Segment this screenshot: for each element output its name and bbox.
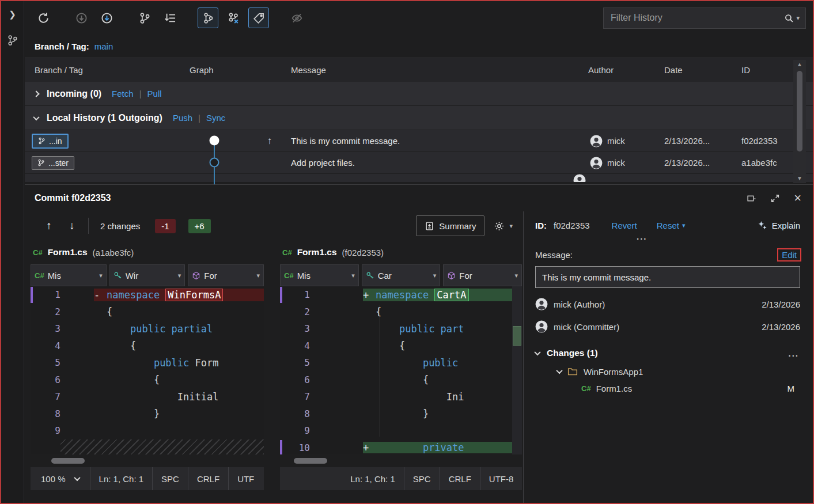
type-dropdown[interactable]: Car▾ bbox=[362, 264, 441, 286]
fetch-icon[interactable] bbox=[71, 7, 92, 28]
new-branch-icon[interactable] bbox=[134, 7, 155, 28]
line-ending-indicator[interactable]: CRLF bbox=[188, 467, 229, 490]
overview-margin[interactable] bbox=[512, 286, 522, 454]
summary-button[interactable]: Summary bbox=[416, 215, 484, 236]
code-line: 1+namespace CartA bbox=[280, 286, 522, 304]
encoding-indicator[interactable]: UTF bbox=[229, 467, 263, 490]
code-line: 2{ bbox=[31, 304, 264, 321]
type-dropdown[interactable]: Wir▾ bbox=[109, 264, 185, 286]
column-graph[interactable]: Graph bbox=[186, 65, 258, 75]
commit-row[interactable]: ...ster Add project files. mick 2/13/202… bbox=[25, 152, 813, 173]
column-date[interactable]: Date bbox=[654, 65, 732, 75]
navigation-dropdowns: C# Mis▾ Wir▾ For▾ bbox=[31, 264, 264, 286]
code-editor-old[interactable]: 1-namespace WinFormsA 2{ 3 public partia… bbox=[31, 286, 264, 454]
changed-folder-row[interactable]: WinFormsApp1 bbox=[535, 366, 800, 377]
author-name: mick bbox=[607, 136, 625, 146]
project-dropdown[interactable]: C# Mis▾ bbox=[31, 264, 107, 286]
encoding-indicator[interactable]: UTF-8 bbox=[480, 467, 522, 490]
toggle-graph-icon[interactable] bbox=[198, 7, 218, 28]
changes-header[interactable]: Changes (1) ... bbox=[535, 348, 800, 358]
search-icon[interactable]: ▾ bbox=[781, 13, 805, 23]
revert-link[interactable]: Revert bbox=[612, 221, 637, 230]
separator: | bbox=[198, 113, 200, 123]
cursor-position: Ln: 1, Ch: 1 bbox=[342, 467, 404, 490]
navigation-dropdowns: C# Mis▾ Car▾ For▾ bbox=[280, 264, 522, 286]
left-rail: ❯ bbox=[1, 1, 24, 503]
deletions-badge: -1 bbox=[155, 219, 175, 233]
search-options-caret[interactable]: ▾ bbox=[796, 14, 800, 22]
reset-link[interactable]: Reset bbox=[657, 221, 679, 230]
maximize-icon[interactable] bbox=[770, 194, 780, 203]
explain-button[interactable]: Explain bbox=[758, 221, 800, 230]
next-change-icon[interactable]: ↓ bbox=[60, 219, 84, 232]
horizontal-scrollbar[interactable] bbox=[31, 456, 264, 466]
changed-file-row[interactable]: C# Form1.cs M bbox=[535, 384, 800, 393]
column-branch-tag[interactable]: Branch / Tag bbox=[25, 65, 186, 75]
branch-icon bbox=[37, 159, 45, 166]
scrollbar-thumb[interactable] bbox=[51, 458, 85, 464]
pull-link[interactable]: Pull bbox=[147, 89, 162, 98]
commit-date: 2/13/2026... bbox=[654, 136, 732, 146]
push-link[interactable]: Push bbox=[173, 113, 192, 123]
compare-commits-icon[interactable] bbox=[160, 7, 180, 28]
scroll-up-arrow[interactable]: ▲ bbox=[797, 62, 802, 67]
git-branch-icon[interactable] bbox=[7, 35, 18, 46]
partial-commit-row[interactable] bbox=[25, 174, 813, 182]
history-table: Branch / Tag Graph Message Author Date I… bbox=[25, 58, 813, 184]
branch-badge-main[interactable]: ...in bbox=[32, 134, 69, 149]
refresh-icon[interactable] bbox=[33, 7, 54, 28]
changes-more-button[interactable]: ... bbox=[788, 348, 799, 358]
reset-caret[interactable]: ▾ bbox=[682, 222, 686, 229]
gear-icon[interactable] bbox=[494, 221, 505, 232]
line-ending-indicator[interactable]: CRLF bbox=[440, 467, 480, 490]
commit-row[interactable]: ...in ↑ This is my commit message. mick … bbox=[25, 130, 813, 151]
chevron-down-icon[interactable] bbox=[33, 113, 39, 120]
author-name: mick bbox=[607, 158, 625, 168]
scrollbar-thumb[interactable] bbox=[797, 71, 802, 151]
member-dropdown[interactable]: For▾ bbox=[443, 264, 522, 286]
diff-pane-old: C# Form1.cs (a1abe3fc) C# Mis▾ bbox=[31, 240, 264, 503]
expand-panel-icon[interactable]: ❯ bbox=[9, 9, 16, 20]
filter-history-input[interactable] bbox=[604, 13, 781, 23]
commit-details-panel: Commit f02d2353 × ↑ ↓ 2 changes -1 +6 bbox=[25, 184, 813, 503]
badge-label: ...ster bbox=[48, 158, 69, 168]
local-history-section-row[interactable]: Local History (1 Outgoing) Push | Sync bbox=[25, 106, 813, 130]
commit-panel-header: Commit f02d2353 × bbox=[25, 185, 813, 211]
column-message[interactable]: Message bbox=[258, 65, 580, 75]
id-label: ID: bbox=[535, 221, 547, 230]
committer-row: mick (Committer) 2/13/2026 bbox=[535, 320, 800, 333]
fetch-link[interactable]: Fetch bbox=[112, 89, 134, 98]
chevron-right-icon[interactable] bbox=[33, 90, 39, 97]
indentation-indicator[interactable]: SPC bbox=[153, 467, 188, 490]
current-branch-link[interactable]: main bbox=[94, 41, 113, 51]
history-scrollbar[interactable]: ▲ ▼ bbox=[793, 60, 806, 183]
sync-link[interactable]: Sync bbox=[206, 113, 225, 123]
code-line: 6 { bbox=[31, 372, 264, 389]
incoming-section-row[interactable]: Incoming (0) Fetch | Pull bbox=[25, 82, 813, 105]
member-dropdown[interactable]: For▾ bbox=[188, 264, 264, 286]
zoom-selector[interactable]: 100 % bbox=[31, 467, 90, 490]
indentation-indicator[interactable]: SPC bbox=[404, 467, 440, 490]
toggle-remote-branches-icon[interactable] bbox=[223, 7, 244, 28]
float-window-icon[interactable] bbox=[747, 194, 756, 203]
chevron-down-icon[interactable] bbox=[534, 349, 540, 355]
scroll-down-arrow[interactable]: ▼ bbox=[797, 176, 802, 181]
more-actions-button[interactable]: ... bbox=[637, 232, 800, 241]
pull-icon[interactable] bbox=[96, 7, 117, 28]
badge-label: ...in bbox=[49, 137, 62, 146]
edit-link[interactable]: Edit bbox=[778, 249, 800, 260]
previous-change-icon[interactable]: ↑ bbox=[37, 219, 60, 232]
chevron-down-icon[interactable] bbox=[556, 367, 562, 374]
branch-badge-master[interactable]: ...ster bbox=[32, 156, 74, 170]
toggle-tags-icon[interactable] bbox=[248, 7, 269, 28]
hide-merge-commits-icon[interactable] bbox=[286, 7, 307, 28]
message-label: Message: bbox=[535, 250, 573, 260]
scrollbar-thumb[interactable] bbox=[294, 458, 327, 464]
diff-options-caret[interactable]: ▾ bbox=[509, 222, 513, 230]
column-author[interactable]: Author bbox=[580, 65, 654, 75]
commit-message-input[interactable] bbox=[535, 266, 800, 288]
project-dropdown[interactable]: C# Mis▾ bbox=[280, 264, 359, 286]
code-editor-new[interactable]: 1+namespace CartA 2{ 3 public part 4 { 5… bbox=[280, 286, 522, 454]
close-icon[interactable]: × bbox=[794, 193, 801, 203]
horizontal-scrollbar[interactable] bbox=[280, 456, 522, 466]
